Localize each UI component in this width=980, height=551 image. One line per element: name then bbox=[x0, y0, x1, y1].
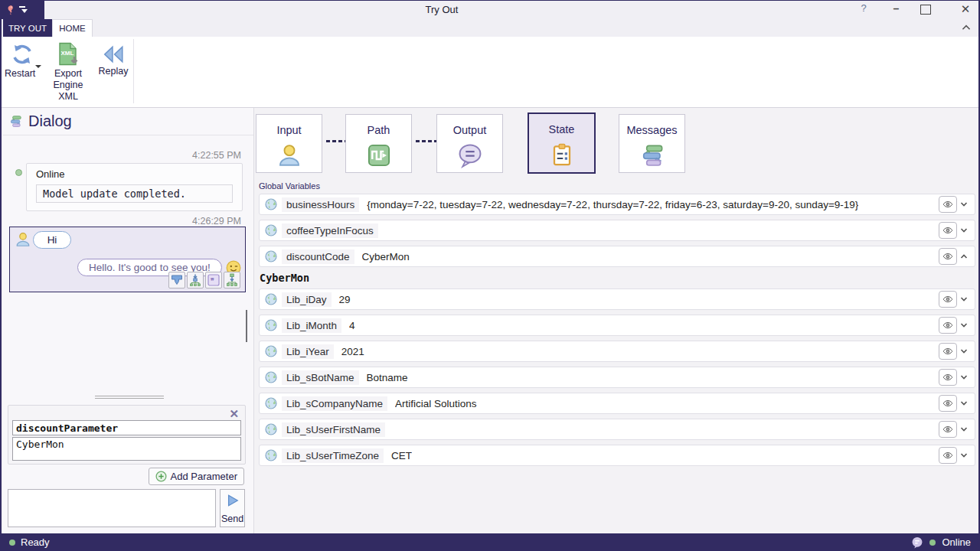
collapse-ribbon-icon[interactable] bbox=[960, 21, 972, 34]
add-parameter-button[interactable]: Add Parameter bbox=[149, 468, 244, 485]
variable-value: {monday=7-22, tuesday=7-22, wednesday=7-… bbox=[367, 199, 858, 210]
tab-messages[interactable]: Messages bbox=[619, 114, 685, 173]
chevron-up-icon[interactable] bbox=[957, 248, 971, 265]
variable-row: Lib_sCompanyNameArtificial Solutions bbox=[259, 393, 975, 414]
watch-variable-button[interactable] bbox=[939, 291, 957, 308]
watch-variable-button[interactable] bbox=[939, 421, 957, 438]
panel-splitter[interactable] bbox=[95, 396, 164, 400]
close-parameter-icon[interactable]: ✕ bbox=[229, 407, 239, 421]
globe-icon bbox=[265, 423, 277, 435]
chevron-down-icon[interactable] bbox=[957, 317, 971, 334]
connector-dashes bbox=[416, 140, 438, 142]
flow-icon bbox=[225, 273, 239, 287]
quote-icon bbox=[207, 273, 220, 287]
quick-access-dropdown-icon[interactable] bbox=[21, 9, 28, 13]
globe-icon bbox=[265, 224, 277, 236]
variable-value: CyberMon bbox=[362, 251, 410, 262]
minimize-button[interactable]: – bbox=[886, 2, 906, 18]
tab-try-out[interactable]: TRY OUT bbox=[3, 19, 52, 37]
watch-variable-button[interactable] bbox=[939, 248, 957, 265]
restart-dropdown-icon[interactable] bbox=[35, 65, 41, 79]
send-button[interactable]: Send bbox=[220, 489, 245, 527]
watch-variable-button[interactable] bbox=[939, 317, 957, 334]
eye-icon bbox=[942, 372, 954, 383]
eye-icon bbox=[942, 225, 954, 236]
eye-icon bbox=[942, 251, 954, 262]
export-engine-xml-button[interactable]: Export Engine XML bbox=[43, 39, 93, 102]
replay-button[interactable]: Replay bbox=[95, 39, 132, 77]
chevron-down-icon[interactable] bbox=[957, 222, 971, 239]
expand-output-button[interactable] bbox=[168, 272, 185, 289]
dialog-turn[interactable]: Hi Hello. It's good to see you! bbox=[9, 227, 246, 292]
eye-icon bbox=[942, 398, 954, 409]
ready-status-label: Ready bbox=[21, 536, 50, 548]
globe-icon bbox=[265, 371, 277, 383]
parameter-panel: ✕ CyberMon bbox=[8, 405, 246, 465]
variable-value: Botname bbox=[367, 372, 408, 383]
user-message-bubble: Hi bbox=[33, 231, 71, 249]
chevron-down-icon[interactable] bbox=[957, 447, 971, 464]
eye-icon bbox=[942, 199, 954, 210]
eye-icon bbox=[942, 346, 954, 357]
status-bar: Ready Online bbox=[2, 533, 978, 551]
chevron-down-icon[interactable] bbox=[957, 369, 971, 386]
tab-input[interactable]: Input bbox=[256, 114, 322, 173]
watch-variable-button[interactable] bbox=[939, 447, 957, 464]
variable-row: Lib_iMonth4 bbox=[259, 315, 975, 336]
dialog-scrollbar-thumb[interactable] bbox=[246, 310, 247, 342]
global-variables-list: businessHours{monday=7-22, tuesday=7-22,… bbox=[259, 194, 975, 466]
try-out-window: Try Out ? – ✕ TRY OUT HOME Restart Expor… bbox=[0, 0, 980, 551]
watch-variable-button[interactable] bbox=[939, 343, 957, 360]
watch-variable-button[interactable] bbox=[939, 222, 957, 239]
title-bar: Try Out ? – ✕ bbox=[2, 1, 978, 19]
parameter-value-input[interactable]: CyberMon bbox=[12, 437, 241, 461]
app-menu[interactable] bbox=[2, 1, 44, 19]
show-flow-button[interactable] bbox=[224, 272, 240, 289]
watch-variable-button[interactable] bbox=[939, 196, 957, 213]
state-panel: Input Path Output State Messages Global … bbox=[255, 108, 978, 533]
variable-value: 29 bbox=[339, 294, 351, 305]
show-tree-button[interactable] bbox=[187, 272, 204, 289]
tab-state[interactable]: State bbox=[528, 112, 596, 174]
tab-home[interactable]: HOME bbox=[52, 19, 93, 37]
variable-row: discountCodeCyberMon bbox=[259, 246, 975, 267]
turn1-timestamp: 4:22:55 PM bbox=[192, 150, 241, 161]
quick-access-bar bbox=[19, 6, 25, 8]
replay-label: Replay bbox=[99, 66, 129, 77]
tab-path[interactable]: Path bbox=[345, 114, 412, 173]
help-button[interactable]: ? bbox=[856, 2, 871, 18]
close-button[interactable]: ✕ bbox=[957, 2, 974, 18]
restart-button[interactable]: Restart bbox=[5, 39, 40, 79]
variable-name: Lib_sCompanyName bbox=[282, 396, 387, 411]
chevron-down-icon[interactable] bbox=[957, 395, 971, 412]
variable-row: coffeeTypeInFocus bbox=[259, 220, 975, 241]
plus-icon bbox=[155, 471, 167, 482]
tab-input-label: Input bbox=[256, 124, 322, 136]
show-annotations-button[interactable] bbox=[205, 272, 222, 289]
tab-output[interactable]: Output bbox=[436, 114, 503, 173]
turn2-timestamp: 4:26:29 PM bbox=[192, 216, 241, 227]
window-title: Try Out bbox=[384, 4, 499, 15]
watch-variable-button[interactable] bbox=[939, 369, 957, 386]
online-status-dot bbox=[929, 540, 936, 546]
maximize-button[interactable] bbox=[920, 5, 931, 15]
chevron-down-icon[interactable] bbox=[957, 291, 971, 308]
restart-label: Restart bbox=[5, 68, 35, 79]
globe-icon bbox=[265, 449, 277, 461]
watch-variable-button[interactable] bbox=[939, 395, 957, 412]
variable-name: Lib_iDay bbox=[282, 292, 332, 307]
path-icon bbox=[368, 144, 390, 167]
chevron-down-icon[interactable] bbox=[957, 421, 971, 438]
engine-message: Model update completed. bbox=[36, 184, 233, 203]
variable-row: Lib_sBotNameBotname bbox=[259, 367, 975, 388]
chevron-down-icon[interactable] bbox=[957, 196, 971, 213]
online-status-label: Online bbox=[942, 536, 971, 548]
variable-value: Artificial Solutions bbox=[395, 398, 477, 409]
user-message-input[interactable] bbox=[8, 489, 216, 527]
export-xml-icon bbox=[56, 42, 80, 67]
send-label: Send bbox=[221, 514, 243, 524]
chevron-down-icon[interactable] bbox=[957, 343, 971, 360]
globe-icon bbox=[265, 250, 277, 262]
parameter-name-input[interactable] bbox=[12, 420, 241, 435]
engine-message-box: Online Model update completed. bbox=[26, 163, 243, 211]
